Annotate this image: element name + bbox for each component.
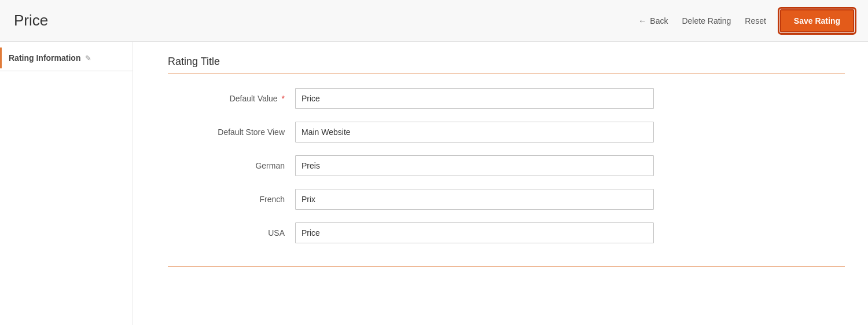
form-row-german: German — [168, 155, 689, 176]
back-label: Back — [650, 16, 668, 25]
page-content: Rating Information ✎ Rating Title Defaul… — [0, 42, 868, 325]
arrow-left-icon: ← — [638, 16, 646, 25]
sidebar-item-label: Rating Information — [9, 53, 80, 63]
label-default-value: Default Value * — [168, 94, 295, 103]
required-star: * — [282, 94, 285, 103]
page-title: Price — [14, 12, 48, 30]
save-rating-button[interactable]: Save Rating — [780, 9, 854, 32]
reset-button[interactable]: Reset — [745, 16, 766, 25]
sidebar: Rating Information ✎ — [0, 42, 133, 325]
label-default-store-view: Default Store View — [168, 127, 295, 137]
sidebar-divider — [0, 71, 133, 71]
form-row-default-value: Default Value * — [168, 88, 689, 109]
default-store-view-input[interactable] — [295, 122, 654, 143]
form-table: Default Value * Default Store View Germa… — [168, 88, 689, 243]
back-button[interactable]: ← Back — [638, 16, 668, 25]
edit-icon[interactable]: ✎ — [85, 54, 91, 63]
delete-rating-button[interactable]: Delete Rating — [682, 16, 731, 25]
header-actions: ← Back Delete Rating Reset Save Rating — [638, 9, 854, 32]
sidebar-item-rating-information[interactable]: Rating Information ✎ — [0, 48, 133, 68]
form-row-usa: USA — [168, 222, 689, 243]
label-french: French — [168, 195, 295, 204]
default-value-input[interactable] — [295, 88, 654, 109]
page-header: Price ← Back Delete Rating Reset Save Ra… — [0, 0, 868, 42]
form-row-french: French — [168, 189, 689, 210]
french-input[interactable] — [295, 189, 654, 210]
section-title: Rating Title — [168, 56, 845, 74]
main-area: Rating Title Default Value * Default Sto… — [133, 42, 868, 325]
bottom-divider — [168, 266, 845, 267]
label-usa: USA — [168, 228, 295, 238]
german-input[interactable] — [295, 155, 654, 176]
label-german: German — [168, 161, 295, 170]
usa-input[interactable] — [295, 222, 654, 243]
form-row-default-store-view: Default Store View — [168, 122, 689, 143]
